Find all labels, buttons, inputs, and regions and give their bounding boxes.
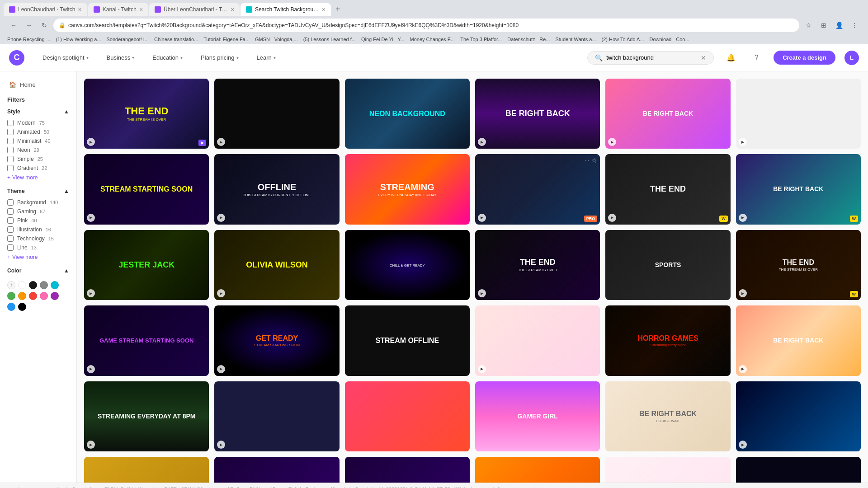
bookmark-9[interactable]: Money Changes E... xyxy=(410,37,455,42)
template-card-30[interactable]: ▶ xyxy=(736,381,861,451)
tab-close-4[interactable]: × xyxy=(322,6,326,13)
forward-button[interactable]: → xyxy=(23,19,35,32)
tab-close-3[interactable]: × xyxy=(231,6,234,13)
search-clear-icon[interactable]: ✕ xyxy=(701,54,706,61)
bookmark-3[interactable]: Sonderangebot! I... xyxy=(106,37,149,42)
filter-gaming[interactable]: Gaming 67 xyxy=(7,207,69,216)
bookmark-12[interactable]: Student Wants a... xyxy=(555,37,596,42)
template-card-28[interactable]: GAMER GIRL xyxy=(475,381,600,451)
line-checkbox[interactable] xyxy=(7,244,14,251)
bookmark-11[interactable]: Datenschutz - Re... xyxy=(507,37,550,42)
animated-checkbox[interactable] xyxy=(7,129,14,135)
color-swatch-green[interactable] xyxy=(7,292,15,300)
filter-illustration[interactable]: Illustration 16 xyxy=(7,225,69,234)
template-card-29[interactable]: Be Right BackPLEASE WAIT xyxy=(605,381,730,451)
bookmark-6[interactable]: GMSN - Vologda,... xyxy=(255,37,298,42)
template-card-36[interactable] xyxy=(736,457,861,483)
filter-gradient[interactable]: Gradient 22 xyxy=(7,164,69,173)
color-swatch-pink[interactable] xyxy=(40,292,48,300)
template-card-4[interactable]: BE RIGHT BACK▶ xyxy=(475,79,600,149)
technology-checkbox[interactable] xyxy=(7,235,14,242)
filter-minimalist[interactable]: Minimalist 40 xyxy=(7,136,69,145)
gradient-checkbox[interactable] xyxy=(7,165,14,171)
template-card-13[interactable]: JESTER JACK▶ xyxy=(84,230,209,300)
color-swatch-orange[interactable] xyxy=(18,292,26,300)
tab-close-2[interactable]: × xyxy=(139,6,143,13)
nav-plans-pricing[interactable]: Plans pricing ▾ xyxy=(196,52,243,64)
view-more-style[interactable]: + View more xyxy=(7,173,69,183)
filter-animated[interactable]: Animated 50 xyxy=(7,127,69,136)
template-card-23[interactable]: HORROR GAMESStreaming every night xyxy=(605,305,730,375)
gaming-checkbox[interactable] xyxy=(7,208,14,215)
back-button[interactable]: ← xyxy=(7,19,20,32)
color-swatch-blue[interactable] xyxy=(7,303,15,311)
color-swatch-purple[interactable] xyxy=(51,292,59,300)
bookmark-14[interactable]: Download - Coo... xyxy=(650,37,689,42)
template-card-26[interactable]: ▶ xyxy=(214,381,339,451)
template-card-25[interactable]: STREAMING EVERYDAY AT 8PM▶ xyxy=(84,381,209,451)
modern-checkbox[interactable] xyxy=(7,120,14,126)
nav-business[interactable]: Business ▾ xyxy=(102,52,139,64)
template-card-21[interactable]: STREAM OFFLINE xyxy=(345,305,470,375)
filter-line[interactable]: Line 13 xyxy=(7,243,69,252)
template-card-12[interactable]: BE RIGHT BACK▶W xyxy=(736,154,861,224)
template-card-1[interactable]: THE ENDTHE STREAM IS OVER▶▶ xyxy=(84,79,209,149)
template-card-9[interactable]: streamingEVERY WEDNESDAY AND FRIDAY xyxy=(345,154,470,224)
nav-education[interactable]: Education ▾ xyxy=(148,52,187,64)
search-bar[interactable]: 🔍 ✕ xyxy=(587,51,714,65)
template-card-7[interactable]: STREAM STARTING SOON▶ xyxy=(84,154,209,224)
filters-header[interactable]: Filters xyxy=(7,94,69,105)
canva-logo[interactable]: C xyxy=(9,50,24,66)
filter-pink[interactable]: Pink 40 xyxy=(7,216,69,225)
filter-technology[interactable]: Technology 15 xyxy=(7,234,69,243)
search-input[interactable] xyxy=(606,54,697,61)
help-button[interactable]: ? xyxy=(748,50,764,66)
notifications-button[interactable]: 🔔 xyxy=(723,50,739,66)
template-card-6[interactable]: ▶ xyxy=(736,79,861,149)
bookmark-star-button[interactable]: ☆ xyxy=(802,19,815,32)
template-card-14[interactable]: olivia wilson▶ xyxy=(214,230,339,300)
template-card-5[interactable]: Be Right Back▶ xyxy=(605,79,730,149)
filter-background[interactable]: Background 140 xyxy=(7,198,69,207)
template-card-19[interactable]: GAME STREAM STARTING SOON▶ xyxy=(84,305,209,375)
url-input[interactable] xyxy=(68,22,794,28)
sidebar-item-home[interactable]: 🏠 Home xyxy=(2,79,75,91)
template-card-35[interactable]: BE RIGHT BACK xyxy=(605,457,730,483)
color-swatch-black2[interactable] xyxy=(18,303,26,311)
user-avatar[interactable]: L xyxy=(844,51,859,65)
color-swatch-white[interactable] xyxy=(18,281,26,289)
color-filter-title[interactable]: Color ▲ xyxy=(7,267,69,274)
card-more-icon-10[interactable]: ··· xyxy=(585,157,589,163)
create-design-button[interactable]: Create a design xyxy=(774,51,835,65)
bookmark-10[interactable]: The Top 3 Platfor... xyxy=(460,37,502,42)
template-card-10[interactable]: ▶☆···PRO xyxy=(475,154,600,224)
color-swatch-gray[interactable] xyxy=(40,281,48,289)
template-card-16[interactable]: THE ENDTHE STREAM IS OVER▶ xyxy=(475,230,600,300)
simple-checkbox[interactable] xyxy=(7,156,14,162)
theme-filter-title[interactable]: Theme ▲ xyxy=(7,188,69,194)
template-card-3[interactable]: NEON BACKGROUND xyxy=(345,79,470,149)
tab-2[interactable]: Kanal - Twitch × xyxy=(88,3,148,16)
bookmark-8[interactable]: Qing Fei De Yi - Y... xyxy=(361,37,405,42)
illustration-checkbox[interactable] xyxy=(7,226,14,233)
bookmark-13[interactable]: (2) How To Add A... xyxy=(602,37,644,42)
filter-neon[interactable]: Neon 29 xyxy=(7,145,69,155)
background-checkbox[interactable] xyxy=(7,199,14,206)
template-card-24[interactable]: BE RIGHT BACK▶ xyxy=(736,305,861,375)
view-more-theme[interactable]: + View more xyxy=(7,252,69,262)
template-card-22[interactable]: ▶ xyxy=(475,305,600,375)
bookmark-2[interactable]: (1) How Working a... xyxy=(56,37,101,42)
template-card-32[interactable]: HARD xyxy=(214,457,339,483)
filter-simple[interactable]: Simple 25 xyxy=(7,155,69,164)
bookmark-5[interactable]: Tutorial: Eigene Fa... xyxy=(203,37,250,42)
template-card-2[interactable]: ▶ xyxy=(214,79,339,149)
extensions-button[interactable]: ⊞ xyxy=(817,19,830,32)
template-card-15[interactable]: CHILL & GET READY xyxy=(345,230,470,300)
template-card-11[interactable]: THE END▶W xyxy=(605,154,730,224)
template-card-8[interactable]: OFFLINETHIS STREAM IS CURRENTLY OFFLINE▶ xyxy=(214,154,339,224)
bookmark-7[interactable]: (5) Lessons Learned f... xyxy=(303,37,356,42)
nav-learn[interactable]: Learn ▾ xyxy=(252,52,280,64)
minimalist-checkbox[interactable] xyxy=(7,138,14,144)
color-swatch-black[interactable] xyxy=(29,281,37,289)
settings-button[interactable]: ⋮ xyxy=(848,19,861,32)
